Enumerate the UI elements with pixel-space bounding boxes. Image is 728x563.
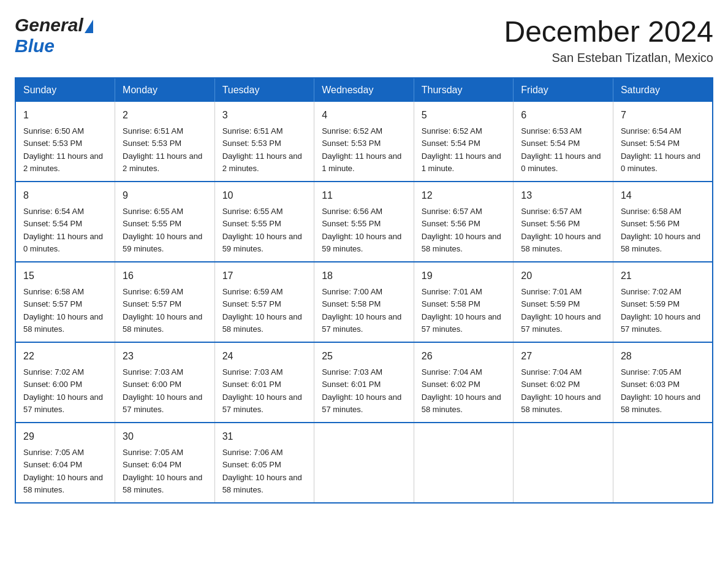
day-number: 17	[222, 269, 307, 283]
month-title: December 2024	[504, 15, 713, 48]
day-info: Sunrise: 7:01 AMSunset: 5:59 PMDaylight:…	[521, 287, 601, 334]
day-number: 16	[123, 269, 207, 283]
day-info: Sunrise: 7:03 AMSunset: 6:01 PMDaylight:…	[222, 367, 302, 414]
day-number: 20	[521, 269, 605, 283]
day-header-sunday: Sunday	[15, 78, 115, 102]
calendar-cell: 29Sunrise: 7:05 AMSunset: 6:04 PMDayligh…	[15, 423, 115, 503]
calendar-cell: 25Sunrise: 7:03 AMSunset: 6:01 PMDayligh…	[314, 342, 414, 423]
day-number: 29	[23, 429, 107, 444]
logo-general-text: General	[15, 15, 83, 36]
calendar-cell: 23Sunrise: 7:03 AMSunset: 6:00 PMDayligh…	[115, 342, 215, 423]
day-info: Sunrise: 7:01 AMSunset: 5:58 PMDaylight:…	[422, 287, 501, 334]
calendar-cell: 28Sunrise: 7:05 AMSunset: 6:03 PMDayligh…	[613, 342, 713, 423]
day-number: 19	[422, 269, 506, 283]
day-number: 26	[422, 349, 506, 364]
day-number: 28	[621, 349, 705, 364]
calendar-cell: 7Sunrise: 6:54 AMSunset: 5:54 PMDaylight…	[613, 102, 713, 182]
day-info: Sunrise: 7:05 AMSunset: 6:03 PMDaylight:…	[621, 367, 700, 414]
day-number: 30	[123, 429, 207, 444]
calendar-week-row: 22Sunrise: 7:02 AMSunset: 6:00 PMDayligh…	[15, 342, 713, 423]
calendar-cell: 30Sunrise: 7:05 AMSunset: 6:04 PMDayligh…	[115, 423, 215, 503]
calendar-cell: 15Sunrise: 6:58 AMSunset: 5:57 PMDayligh…	[15, 262, 115, 342]
day-number: 7	[621, 108, 705, 123]
day-info: Sunrise: 6:55 AMSunset: 5:55 PMDaylight:…	[123, 207, 202, 253]
day-number: 13	[521, 188, 605, 203]
day-number: 8	[23, 188, 107, 203]
calendar-week-row: 8Sunrise: 6:54 AMSunset: 5:54 PMDaylight…	[15, 182, 713, 262]
day-number: 2	[123, 108, 207, 123]
calendar-cell: 4Sunrise: 6:52 AMSunset: 5:53 PMDaylight…	[314, 102, 414, 182]
calendar-cell: 5Sunrise: 6:52 AMSunset: 5:54 PMDaylight…	[414, 102, 514, 182]
calendar-week-row: 1Sunrise: 6:50 AMSunset: 5:53 PMDaylight…	[15, 102, 713, 182]
day-info: Sunrise: 7:03 AMSunset: 6:00 PMDaylight:…	[123, 367, 202, 414]
day-header-wednesday: Wednesday	[314, 78, 414, 102]
day-number: 23	[123, 349, 207, 364]
day-number: 6	[521, 108, 605, 123]
day-header-monday: Monday	[115, 78, 215, 102]
day-number: 3	[222, 108, 307, 123]
day-info: Sunrise: 7:05 AMSunset: 6:04 PMDaylight:…	[23, 448, 103, 494]
calendar-cell: 14Sunrise: 6:58 AMSunset: 5:56 PMDayligh…	[613, 182, 713, 262]
calendar-cell: 10Sunrise: 6:55 AMSunset: 5:55 PMDayligh…	[214, 182, 314, 262]
day-number: 9	[123, 188, 207, 203]
day-info: Sunrise: 6:59 AMSunset: 5:57 PMDaylight:…	[222, 287, 302, 334]
calendar-cell: 31Sunrise: 7:06 AMSunset: 6:05 PMDayligh…	[214, 423, 314, 503]
day-number: 24	[222, 349, 307, 364]
day-number: 31	[222, 429, 307, 444]
day-info: Sunrise: 7:04 AMSunset: 6:02 PMDaylight:…	[422, 367, 501, 414]
day-info: Sunrise: 6:56 AMSunset: 5:55 PMDaylight:…	[322, 207, 401, 253]
day-info: Sunrise: 7:04 AMSunset: 6:02 PMDaylight:…	[521, 367, 601, 414]
calendar-cell: 18Sunrise: 7:00 AMSunset: 5:58 PMDayligh…	[314, 262, 414, 342]
page-header: General Blue December 2024 San Esteban T…	[15, 15, 713, 65]
calendar-cell: 1Sunrise: 6:50 AMSunset: 5:53 PMDaylight…	[15, 102, 115, 182]
calendar-cell: 27Sunrise: 7:04 AMSunset: 6:02 PMDayligh…	[514, 342, 613, 423]
day-number: 22	[23, 349, 107, 364]
day-info: Sunrise: 6:51 AMSunset: 5:53 PMDaylight:…	[222, 126, 302, 173]
day-header-saturday: Saturday	[613, 78, 713, 102]
calendar-cell	[414, 423, 514, 503]
day-info: Sunrise: 7:05 AMSunset: 6:04 PMDaylight:…	[123, 448, 202, 494]
day-number: 18	[322, 269, 406, 283]
day-number: 4	[322, 108, 406, 123]
day-number: 10	[222, 188, 307, 203]
day-info: Sunrise: 7:02 AMSunset: 5:59 PMDaylight:…	[621, 287, 700, 334]
day-info: Sunrise: 7:03 AMSunset: 6:01 PMDaylight:…	[322, 367, 401, 414]
calendar-cell: 20Sunrise: 7:01 AMSunset: 5:59 PMDayligh…	[514, 262, 613, 342]
day-info: Sunrise: 6:54 AMSunset: 5:54 PMDaylight:…	[23, 207, 103, 253]
day-info: Sunrise: 6:52 AMSunset: 5:54 PMDaylight:…	[422, 126, 501, 173]
calendar-cell	[613, 423, 713, 503]
day-info: Sunrise: 6:50 AMSunset: 5:53 PMDaylight:…	[23, 126, 103, 173]
day-number: 5	[422, 108, 506, 123]
day-number: 25	[322, 349, 406, 364]
day-info: Sunrise: 6:58 AMSunset: 5:56 PMDaylight:…	[621, 207, 700, 253]
day-info: Sunrise: 7:00 AMSunset: 5:58 PMDaylight:…	[322, 287, 401, 334]
calendar-cell: 19Sunrise: 7:01 AMSunset: 5:58 PMDayligh…	[414, 262, 514, 342]
day-header-tuesday: Tuesday	[214, 78, 314, 102]
calendar-cell: 9Sunrise: 6:55 AMSunset: 5:55 PMDaylight…	[115, 182, 215, 262]
calendar-cell: 26Sunrise: 7:04 AMSunset: 6:02 PMDayligh…	[414, 342, 514, 423]
day-header-thursday: Thursday	[414, 78, 514, 102]
calendar-cell: 8Sunrise: 6:54 AMSunset: 5:54 PMDaylight…	[15, 182, 115, 262]
day-number: 21	[621, 269, 705, 283]
calendar-cell: 16Sunrise: 6:59 AMSunset: 5:57 PMDayligh…	[115, 262, 215, 342]
day-number: 1	[23, 108, 107, 123]
day-number: 27	[521, 349, 605, 364]
logo-arrow-icon	[85, 20, 93, 33]
title-section: December 2024 San Esteban Tizatlan, Mexi…	[504, 15, 713, 65]
day-number: 15	[23, 269, 107, 283]
day-info: Sunrise: 6:53 AMSunset: 5:54 PMDaylight:…	[521, 126, 601, 173]
calendar-cell: 11Sunrise: 6:56 AMSunset: 5:55 PMDayligh…	[314, 182, 414, 262]
logo: General Blue	[15, 15, 93, 56]
day-info: Sunrise: 7:06 AMSunset: 6:05 PMDaylight:…	[222, 448, 302, 494]
day-info: Sunrise: 6:51 AMSunset: 5:53 PMDaylight:…	[123, 126, 202, 173]
calendar-week-row: 29Sunrise: 7:05 AMSunset: 6:04 PMDayligh…	[15, 423, 713, 503]
day-info: Sunrise: 6:57 AMSunset: 5:56 PMDaylight:…	[521, 207, 601, 253]
location-label: San Esteban Tizatlan, Mexico	[504, 51, 713, 65]
day-number: 11	[322, 188, 406, 203]
day-info: Sunrise: 6:59 AMSunset: 5:57 PMDaylight:…	[123, 287, 202, 334]
day-info: Sunrise: 6:52 AMSunset: 5:53 PMDaylight:…	[322, 126, 401, 173]
logo-blue-text: Blue	[15, 36, 55, 56]
calendar-cell	[314, 423, 414, 503]
calendar-cell: 21Sunrise: 7:02 AMSunset: 5:59 PMDayligh…	[613, 262, 713, 342]
day-info: Sunrise: 6:58 AMSunset: 5:57 PMDaylight:…	[23, 287, 103, 334]
